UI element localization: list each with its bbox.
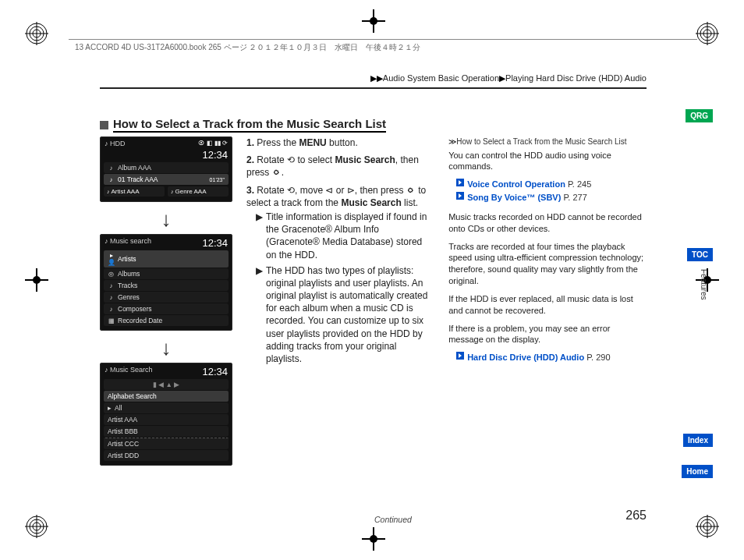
section-title: How to Select a Track from the Music Sea…	[113, 117, 386, 133]
device-screenshot-1: ♪ HDD⦿ ◧ ▮▮ ⟳ 12:34 ♪Album AAA ♪01 Track…	[100, 136, 232, 202]
screenshot-clock: 12:34	[202, 366, 228, 377]
note-paragraph: You can control the HDD audio using voic…	[448, 150, 646, 173]
link-arrow-icon	[456, 352, 464, 360]
note-paragraph: If the HDD is ever replaced, all music d…	[448, 293, 646, 317]
link-hdd-audio[interactable]: Hard Disc Drive (HDD) Audio P. 290	[467, 352, 610, 363]
link-arrow-icon	[456, 179, 464, 186]
device-screenshot-2: ♪ Music search12:34 ▸👤Artists ◎Albums ♪T…	[100, 234, 232, 331]
list-item: Artist BBB	[108, 427, 138, 435]
instructions-column: 1. Press the MENU button. 2. Rotate ⟲ to…	[246, 136, 434, 468]
breadcrumb-arrow-icon: ▶	[499, 73, 505, 83]
cross-mark-icon	[25, 268, 48, 292]
list-item: Artists	[118, 255, 136, 263]
screenshot-clock: 12:34	[202, 237, 228, 249]
screenshot-title: Music search	[110, 237, 151, 245]
press-icon: ⭘	[272, 167, 282, 178]
note-paragraph: Music tracks recorded on HDD cannot be r…	[448, 211, 646, 235]
list-item: All	[115, 404, 122, 412]
press-icon: ⭘	[406, 185, 416, 196]
step-2: 2. Rotate ⟲ to select Music Search, then…	[246, 154, 434, 179]
list-item: Albums	[118, 270, 140, 278]
continued-label: Continued	[374, 515, 412, 524]
device-screenshot-3: ♪ Music Search12:34 ▮ ◀ ▲ ▶ Alphabet Sea…	[100, 363, 232, 466]
dial-icon: ⟲	[287, 154, 295, 165]
breadcrumb-level-2: Playing Hard Disc Drive (HDD) Audio	[505, 73, 647, 83]
screenshot-title: Music Search	[110, 366, 153, 374]
registration-mark-icon	[696, 22, 719, 45]
list-item: Composers	[118, 305, 151, 313]
screenshot-artist: Artist AAA	[111, 188, 139, 195]
link-arrow-icon	[456, 192, 464, 200]
notes-column: ≫How to Select a Track from the Music Se…	[448, 136, 646, 468]
screenshot-clock: 12:34	[202, 149, 228, 161]
list-item: Artist DDD	[108, 452, 139, 459]
list-item: Artist CCC	[108, 440, 139, 448]
tab-home[interactable]: Home	[682, 465, 713, 478]
section-bullet-icon	[100, 121, 108, 129]
header-rule	[69, 39, 697, 40]
screenshot-track: 01 Track AAA	[118, 175, 158, 183]
page-number: 265	[625, 509, 647, 523]
registration-mark-icon	[25, 515, 48, 538]
step-3: 3. Rotate ⟲, move ⊲ or ⊳, then press ⭘ t…	[246, 184, 434, 209]
step-1: 1. Press the MENU button.	[246, 136, 434, 149]
list-item: Recorded Date	[118, 317, 162, 324]
print-metadata: 13 ACCORD 4D US-31T2A6000.book 265 ページ ２…	[75, 42, 420, 53]
notes-header: ≫How to Select a Track from the Music Se…	[448, 136, 646, 147]
triangle-bullet-icon: ▶	[256, 264, 263, 366]
down-arrow-icon: ↓	[100, 333, 232, 363]
tab-qrg[interactable]: QRG	[686, 109, 713, 122]
chevron-icon: ≫	[448, 137, 456, 146]
breadcrumb-level-1: Audio System Basic Operation	[383, 73, 499, 83]
registration-mark-icon	[696, 515, 719, 538]
breadcrumb-rule	[100, 87, 647, 89]
list-item: Genres	[118, 293, 140, 301]
tab-toc[interactable]: TOC	[687, 248, 713, 261]
dial-icon: ⟲	[287, 185, 295, 196]
note-paragraph: Tracks are recorded at four times the pl…	[448, 241, 646, 287]
screenshot-track-time: 01'23"	[210, 177, 225, 183]
breadcrumb: ▶▶Audio System Basic Operation▶Playing H…	[370, 73, 647, 83]
bullet-1: ▶Title information is displayed if found…	[256, 211, 434, 261]
screenshot-genre: Genre AAA	[175, 188, 206, 195]
note-paragraph: If there is a problem, you may see an er…	[448, 323, 646, 346]
left-icon: ⊲	[325, 185, 333, 196]
link-song-by-voice[interactable]: Song By Voice™ (SBV) P. 277	[467, 192, 587, 204]
list-item: Artist AAA	[108, 416, 137, 424]
tab-index[interactable]: Index	[683, 434, 713, 447]
list-item: Alphabet Search	[108, 392, 157, 400]
breadcrumb-arrow-icon: ▶▶	[370, 73, 383, 83]
right-icon: ⊳	[347, 185, 355, 196]
side-label-features: Features	[700, 269, 708, 299]
registration-mark-icon	[25, 22, 48, 45]
bullet-2: ▶The HDD has two types of playlists: ori…	[256, 264, 434, 366]
list-item: Tracks	[118, 282, 137, 289]
triangle-bullet-icon: ▶	[256, 211, 263, 261]
cross-mark-icon	[362, 527, 385, 551]
screenshot-title: HDD	[110, 140, 126, 147]
cross-mark-icon	[362, 9, 385, 33]
link-voice-control[interactable]: Voice Control Operation P. 245	[467, 179, 591, 190]
screenshot-album: Album AAA	[118, 164, 151, 172]
down-arrow-icon: ↓	[100, 204, 232, 234]
